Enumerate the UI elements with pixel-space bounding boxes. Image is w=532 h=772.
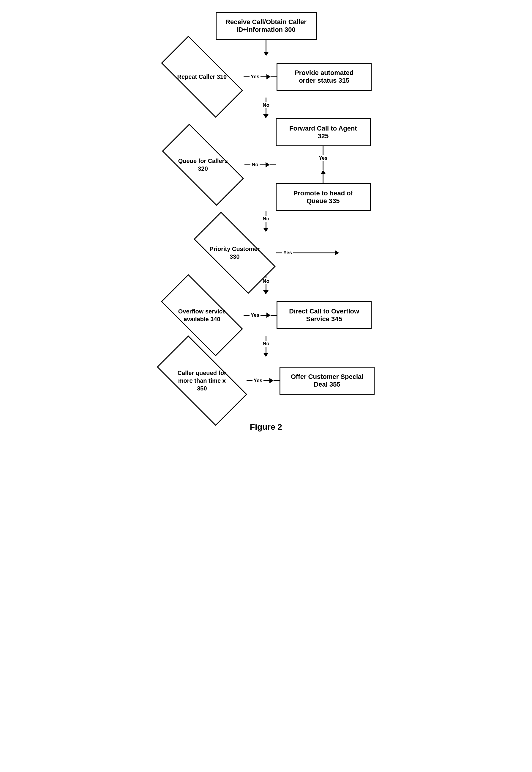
arrow-down [263,353,269,357]
diamond1-label: Repeat Caller 310 [177,73,227,81]
arrow-down [263,114,269,118]
diamond1: Repeat Caller 310 [160,56,244,97]
row-diamond2: Queue for Callers 320 No Forward Call to… [132,118,400,211]
row-diamond5: Caller queued for more than time x 350 Y… [132,357,400,404]
diamond5-yes-connector: Yes Offer Customer Special Deal 355 [247,367,375,395]
h-line [271,76,277,77]
diamond4-yes-connector: Yes Direct Call to Overflow Service 345 [244,301,372,329]
h-line [261,315,266,316]
arrow-right-2 [266,162,270,167]
h-line [247,380,252,381]
h-line-long [293,253,335,253]
h-line [261,76,266,77]
yes-label-3: Yes [283,250,292,256]
figure-caption: Figure 2 [250,422,282,432]
h-line [271,315,277,316]
box-325: Forward Call to Agent 325 [276,118,371,146]
start-box: Receive Call/Obtain Caller ID+Informatio… [216,12,317,40]
h-line [244,315,250,316]
connector-d4-no: No [263,336,269,357]
diamond3-col: Priority Customer 330 [193,232,276,274]
no-label-4: No [263,341,269,347]
v-line-up-325c [323,174,323,183]
h-line [270,164,276,165]
diamond2-label: Queue for Callers 320 [176,157,230,172]
h-line [276,253,282,253]
flowchart-container: Receive Call/Obtain Caller ID+Informatio… [132,12,400,432]
yes-label-4: Yes [251,312,259,318]
v-line-up-325 [323,146,323,155]
connector-d2-no: No [263,211,269,232]
no-label-2: No [263,216,269,222]
diamond3: Priority Customer 330 [193,232,276,274]
v-line [266,211,266,216]
no-label-3: No [263,278,269,284]
box-315: Provide automated order status 315 [277,63,372,91]
diamond1-col: Repeat Caller 310 [160,56,244,97]
v-line [266,40,266,52]
v-line [266,97,266,102]
connector-d1-no: No [263,97,269,118]
row-diamond4: Overflow service available 340 Yes Direc… [132,294,400,336]
v-line [266,222,266,228]
connector-start-to-d1 [263,40,269,56]
v-line [266,336,266,341]
box-355: Offer Customer Special Deal 355 [280,367,375,395]
h-line [244,76,250,77]
diamond5: Caller queued for more than time x 350 [157,357,247,404]
h-line [244,164,250,165]
arrow-up-325 [321,170,326,174]
diamond3-label: Priority Customer 330 [208,245,261,261]
h-line [263,380,269,381]
diamond4-label: Overflow service available 340 [175,308,229,323]
arrow-right-4 [266,313,271,318]
arrow-right-3 [335,250,339,256]
arrow-down [263,228,269,232]
arrow-right-5 [269,378,274,383]
diamond2: Queue for Callers 320 [161,144,244,185]
start-box-text: Receive Call/Obtain Caller ID+Informatio… [225,18,307,33]
yes-label-325: Yes [319,155,327,161]
arrow-down [263,290,269,294]
h-line [274,380,280,381]
yes-label-1: Yes [251,74,259,80]
diamond5-label: Caller queued for more than time x 350 [175,369,229,392]
diamond4: Overflow service available 340 [160,294,244,336]
diamond4-col: Overflow service available 340 [160,294,244,336]
right-side-325: Forward Call to Agent 325 Yes Promote to… [276,118,371,211]
no-label-1: No [263,102,269,108]
diamond1-yes-connector: Yes Provide automated order status 315 [244,63,372,91]
diamond5-col: Caller queued for more than time x 350 [157,357,247,404]
diamond2-no-connector: No Forward Call to Agent 325 Yes Promote… [244,118,371,211]
box-335: Promote to head of Queue 335 [276,183,371,211]
arrow-right-1 [266,74,271,79]
yes-325-label-row: Yes [318,155,329,161]
box-345: Direct Call to Overflow Service 345 [277,301,372,329]
no-label-d2: No [252,162,258,168]
diamond3-yes-connector: Yes [276,250,339,256]
h-line [260,164,266,165]
v-line [266,108,266,114]
row-diamond3: Priority Customer 330 Yes [132,232,400,274]
yes-label-5: Yes [254,378,262,384]
v-line [266,284,266,290]
arrow-down [263,52,269,56]
v-line-up-325b [323,161,323,170]
row-diamond1: Repeat Caller 310 Yes Provide automated … [132,56,400,97]
v-line [266,347,266,353]
diamond2-col: Queue for Callers 320 [161,144,244,185]
